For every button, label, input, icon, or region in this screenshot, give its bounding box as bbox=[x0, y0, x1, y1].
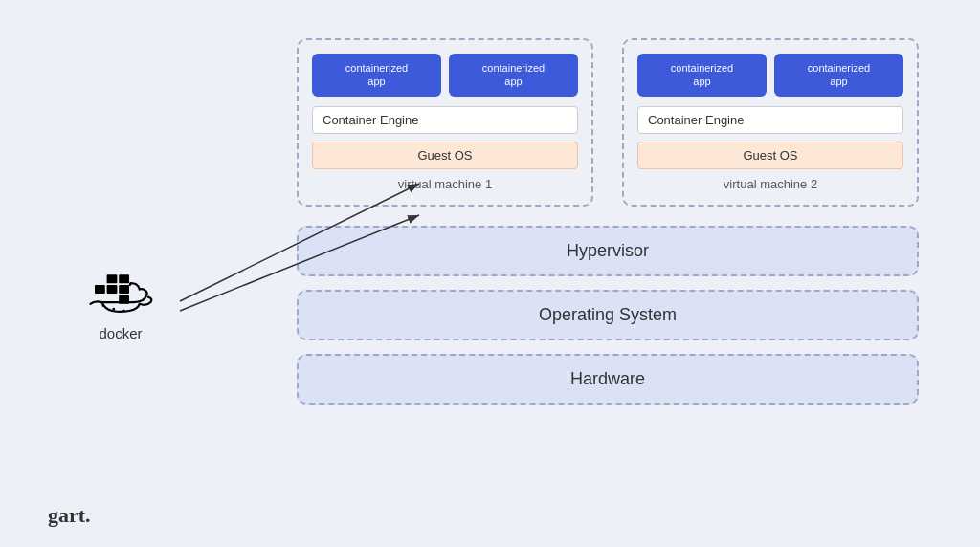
vm1-app-1: containerizedapp bbox=[312, 54, 441, 97]
vm2-container-engine: Container Engine bbox=[637, 106, 903, 134]
gart-logo-text: gart. bbox=[48, 503, 91, 527]
svg-rect-3 bbox=[107, 274, 118, 283]
main-container: docker containerizedapp containerizedapp… bbox=[0, 0, 980, 547]
svg-rect-1 bbox=[107, 285, 118, 294]
vm1-apps-row: containerizedapp containerizedapp bbox=[312, 54, 578, 97]
svg-rect-2 bbox=[119, 285, 129, 294]
svg-point-6 bbox=[102, 304, 105, 307]
vm1-guest-os: Guest OS bbox=[312, 142, 578, 169]
vm-box-2: containerizedapp containerizedapp Contai… bbox=[622, 38, 919, 207]
vm1-container-engine: Container Engine bbox=[312, 106, 578, 134]
svg-rect-4 bbox=[119, 274, 129, 283]
vm2-label: virtual machine 2 bbox=[637, 177, 903, 191]
vm1-app-2: containerizedapp bbox=[449, 54, 578, 97]
vm-row: containerizedapp containerizedapp Contai… bbox=[297, 38, 919, 207]
os-box: Operating System bbox=[297, 290, 919, 340]
svg-rect-0 bbox=[95, 285, 105, 294]
diagram-area: containerizedapp containerizedapp Contai… bbox=[297, 38, 919, 418]
docker-icon bbox=[86, 268, 155, 319]
vm1-label: virtual machine 1 bbox=[312, 177, 578, 191]
hypervisor-box: Hypervisor bbox=[297, 226, 919, 276]
svg-point-7 bbox=[112, 308, 115, 311]
gart-logo: gart. bbox=[48, 503, 91, 528]
vm2-guest-os: Guest OS bbox=[637, 142, 903, 169]
vm2-apps-row: containerizedapp containerizedapp bbox=[637, 54, 903, 97]
svg-point-8 bbox=[122, 310, 125, 313]
vm2-app-2: containerizedapp bbox=[774, 54, 903, 97]
vm2-app-1: containerizedapp bbox=[637, 54, 767, 97]
docker-section: docker bbox=[86, 268, 155, 341]
vm-box-1: containerizedapp containerizedapp Contai… bbox=[297, 38, 593, 207]
hardware-box: Hardware bbox=[297, 354, 919, 405]
docker-label: docker bbox=[99, 325, 142, 341]
